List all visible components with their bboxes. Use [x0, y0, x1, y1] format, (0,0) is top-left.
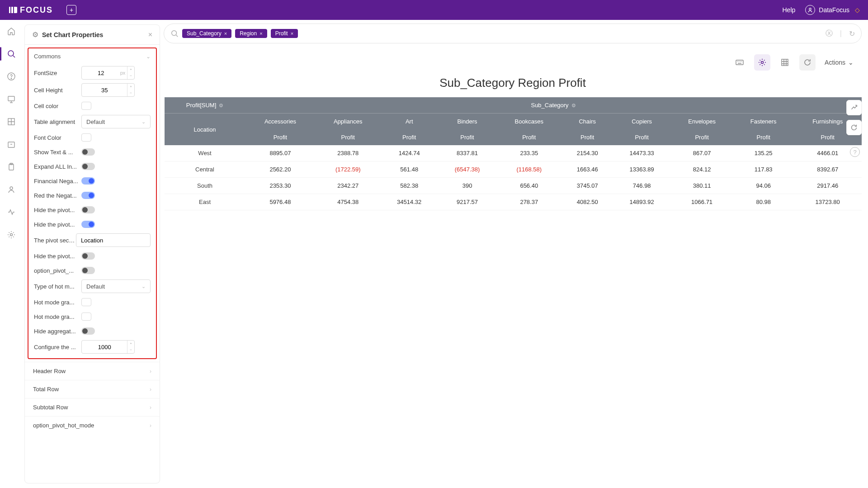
column-header[interactable]: Envelopes — [670, 114, 733, 130]
column-header[interactable]: Binders — [438, 114, 497, 130]
column-header[interactable]: Appliances — [316, 114, 381, 130]
refresh-chart-button[interactable] — [799, 54, 816, 71]
refresh-query-button[interactable]: ↻ — [849, 29, 855, 38]
fontsize-stepper[interactable]: px+− — [81, 66, 135, 80]
expandall-toggle[interactable] — [81, 163, 95, 170]
column-header[interactable]: Art — [381, 114, 438, 130]
cellcolor-swatch[interactable] — [81, 102, 91, 110]
step-down[interactable]: − — [127, 90, 134, 96]
step-down[interactable]: − — [127, 73, 134, 79]
reload-button[interactable] — [846, 120, 862, 135]
subcategory-header[interactable]: Sub_Category⚙ — [245, 97, 862, 114]
cell-value: 390 — [438, 178, 497, 194]
help-link[interactable]: Help — [783, 6, 796, 14]
cell-value: 5976.48 — [245, 194, 316, 210]
finneg-toggle[interactable] — [81, 177, 95, 185]
avatar-icon — [805, 5, 815, 15]
chart-title: Sub_Category Region Profit — [164, 76, 862, 90]
hideagg-toggle[interactable] — [81, 327, 95, 335]
value-label-header: Profit — [438, 129, 497, 145]
option-pivot-hot-mode-section[interactable]: option_pivot_hot_mode› — [25, 416, 160, 434]
gear-icon[interactable]: ⚙ — [571, 103, 576, 108]
hidepivot3-toggle[interactable] — [81, 252, 95, 260]
properties-title: Set Chart Properties — [42, 31, 148, 38]
cell-value: 8392.67 — [793, 161, 862, 178]
hidepivot1-toggle[interactable] — [81, 206, 95, 213]
pill-remove-icon[interactable]: × — [224, 31, 227, 36]
chevron-down-icon: ⌄ — [142, 284, 146, 289]
step-up[interactable]: + — [127, 84, 134, 90]
svg-point-13 — [172, 31, 177, 36]
pill-sub-category[interactable]: Sub_Category× — [182, 29, 231, 38]
header-row-label: Header Row — [33, 368, 66, 374]
clear-query-button[interactable]: ⓧ — [826, 29, 833, 38]
option-pivot-label: option_pivot_hot_mode — [33, 422, 94, 429]
keyboard-icon[interactable] — [731, 54, 748, 71]
profit-sum-header[interactable]: Profit[SUM]⚙ — [165, 97, 245, 114]
step-down[interactable]: − — [127, 347, 134, 353]
step-up[interactable]: + — [127, 341, 134, 347]
redneg-toggle[interactable] — [81, 192, 95, 199]
new-tab-button[interactable]: + — [66, 5, 76, 15]
rail-grid-icon[interactable] — [6, 117, 16, 127]
help-icon[interactable]: ? — [850, 147, 860, 157]
configure-input[interactable] — [82, 344, 127, 351]
divider: | — [840, 29, 842, 38]
header-row-section[interactable]: Header Row› — [25, 362, 160, 380]
gear-icon[interactable]: ⚙ — [219, 103, 223, 108]
value-label-header: Profit — [496, 129, 561, 145]
hotgrad1-swatch[interactable] — [81, 298, 91, 306]
configure-stepper[interactable]: +− — [81, 340, 135, 354]
column-header[interactable]: Accessories — [245, 114, 316, 130]
pill-remove-icon[interactable]: × — [259, 31, 262, 36]
commons-header[interactable]: Commons ⌄ — [28, 48, 156, 64]
fontsize-input[interactable] — [82, 70, 120, 76]
expand-chart-button[interactable] — [846, 100, 862, 115]
actions-dropdown[interactable]: Actions⌄ — [825, 59, 854, 66]
content-area: Sub_Category× Region× Profit× ⓧ | ↻ Acti… — [164, 20, 868, 488]
pill-profit[interactable]: Profit× — [271, 29, 298, 38]
properties-panel: ⚙ Set Chart Properties × Commons ⌄ FontS… — [24, 24, 160, 483]
fontcolor-swatch[interactable] — [81, 133, 91, 142]
hidepivot2-toggle[interactable] — [81, 221, 95, 228]
cell-value: 2353.30 — [245, 178, 316, 194]
location-header[interactable]: Location — [165, 114, 245, 146]
tablealign-value: Default — [86, 118, 105, 125]
step-up[interactable]: + — [127, 66, 134, 73]
close-panel-button[interactable]: × — [148, 31, 152, 39]
column-header[interactable]: Bookcases — [496, 114, 561, 130]
table-view-button[interactable] — [777, 54, 793, 71]
optionpivot-toggle[interactable] — [81, 267, 95, 274]
column-header[interactable]: Fasteners — [733, 114, 793, 130]
column-header[interactable]: Chairs — [561, 114, 613, 130]
cellheight-input[interactable] — [82, 87, 127, 94]
rail-help-icon[interactable] — [6, 71, 16, 81]
pill-region[interactable]: Region× — [235, 29, 267, 38]
user-menu[interactable]: DataFocus ◇ — [805, 5, 860, 15]
tablealign-select[interactable]: Default⌄ — [81, 115, 151, 128]
rail-user-icon[interactable] — [6, 185, 16, 194]
pill-remove-icon[interactable]: × — [291, 31, 293, 36]
subtotal-row-section[interactable]: Subtotal Row› — [25, 398, 160, 416]
rail-clipboard-icon[interactable] — [6, 162, 16, 172]
rail-activity-icon[interactable] — [6, 207, 16, 217]
settings-button[interactable] — [754, 54, 770, 71]
showtext-toggle[interactable] — [81, 148, 95, 156]
hidepivot3-label: Hide the pivot... — [34, 253, 81, 260]
rail-search-icon[interactable] — [6, 49, 16, 59]
chevron-right-icon: › — [150, 422, 151, 429]
rail-settings-icon[interactable] — [6, 230, 16, 240]
hotgrad2-swatch[interactable] — [81, 313, 91, 321]
rail-home-icon[interactable] — [6, 26, 16, 36]
cell-value: 8895.07 — [245, 145, 316, 161]
total-row-section[interactable]: Total Row› — [25, 380, 160, 398]
rail-presentation-icon[interactable] — [6, 94, 16, 104]
hotmode-select[interactable]: Default⌄ — [81, 280, 151, 293]
query-bar[interactable]: Sub_Category× Region× Profit× ⓧ | ↻ — [164, 24, 862, 43]
rail-box-icon[interactable] — [6, 139, 16, 149]
actions-label: Actions — [825, 59, 845, 66]
column-header[interactable]: Copiers — [613, 114, 670, 130]
pivotseco-input[interactable] — [76, 233, 151, 247]
cellheight-stepper[interactable]: +− — [81, 83, 135, 97]
pivotseco-label: The pivot seco... — [34, 237, 76, 244]
